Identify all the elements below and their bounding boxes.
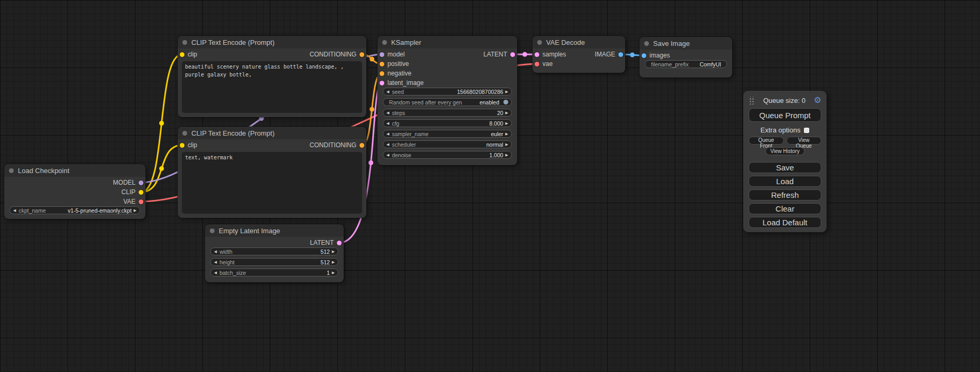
input-slot-label: model [387,51,405,58]
node-title-bar[interactable]: Save Image [639,37,732,50]
left-arrow-icon[interactable]: ◀ [214,250,217,253]
collapse-dot-icon[interactable] [382,40,387,45]
slot-row: negative [377,69,517,78]
node-title-bar[interactable]: Empty Latent Image [205,224,344,237]
save-button[interactable]: Save [749,162,821,173]
node-load-checkpoint[interactable]: Load Checkpoint MODEL CLIP VAE ◀ ckpt_na… [4,164,145,219]
output-slot-clip[interactable] [139,190,143,195]
widget-width[interactable]: ◀ width 512 ▶ [210,247,338,255]
node-vae-decode[interactable]: VAE Decode samples IMAGE vae [532,36,625,73]
output-slot-latent[interactable] [510,52,515,57]
left-arrow-icon[interactable]: ◀ [386,90,389,93]
output-slot-vae[interactable] [139,199,143,204]
node-ksampler[interactable]: KSampler model LATENT positive negative … [377,36,517,165]
node-title-bar[interactable]: KSampler [377,36,517,49]
input-slot-clip[interactable] [180,143,185,148]
collapse-dot-icon[interactable] [182,40,187,45]
prompt-textarea[interactable]: text, watermark [182,152,362,214]
prompt-textarea[interactable]: beautiful scenery nature glass bottle la… [182,61,362,113]
right-arrow-icon[interactable]: ▶ [332,250,335,253]
drag-handle-icon[interactable] [749,97,755,104]
widget-filename-prefix[interactable]: filename_prefix ComfyUI [645,60,727,68]
input-slot-positive[interactable] [380,62,384,66]
widget-sampler-name[interactable]: ◀ sampler_name euler ▶ [383,130,512,138]
queue-prompt-button[interactable]: Queue Prompt [749,108,821,122]
node-title-bar[interactable]: CLIP Text Encode (Prompt) [178,127,366,139]
right-arrow-icon[interactable]: ▶ [506,142,508,146]
input-slot-negative[interactable] [380,71,384,76]
input-slot-latent-image[interactable] [380,81,384,85]
right-arrow-icon[interactable]: ▶ [332,271,335,274]
refresh-button[interactable]: Refresh [749,189,821,201]
right-arrow-icon[interactable]: ▶ [506,121,508,125]
widget-denoise[interactable]: ◀ denoise 1.000 ▶ [383,151,512,159]
left-arrow-icon[interactable]: ◀ [386,142,389,146]
right-arrow-icon[interactable]: ▶ [506,153,508,157]
input-slot-images[interactable] [642,53,646,58]
input-slot-model[interactable] [380,52,384,57]
widget-random-seed-toggle[interactable]: Random seed after every gen enabled [383,98,512,106]
collapse-dot-icon[interactable] [537,40,542,45]
widget-value: 512 [321,259,332,265]
view-queue-button[interactable]: View Queue [787,137,822,145]
widget-value: 156680208700286 [457,89,506,95]
output-slot-conditioning[interactable] [360,143,364,148]
widget-height[interactable]: ◀ height 512 ▶ [210,258,338,266]
node-title-bar[interactable]: Load Checkpoint [4,164,145,177]
queue-size-label: Queue size: 0 [758,97,811,104]
widget-name: ckpt_name [18,207,45,214]
widget-name: denoise [392,152,411,158]
node-save-image[interactable]: Save Image images filename_prefix ComfyU… [639,37,732,78]
output-slot-conditioning[interactable] [360,52,364,57]
left-arrow-icon[interactable]: ◀ [386,132,389,136]
left-arrow-icon[interactable]: ◀ [386,153,389,157]
widget-seed[interactable]: ◀ seed 156680208700286 ▶ [383,88,512,96]
right-arrow-icon[interactable]: ▶ [506,111,508,115]
node-clip-text-encode-positive[interactable]: CLIP Text Encode (Prompt) clip CONDITION… [178,36,366,117]
toggle-indicator-icon[interactable] [503,100,508,104]
graph-canvas[interactable]: Load Checkpoint MODEL CLIP VAE ◀ ckpt_na… [0,0,980,372]
collapse-dot-icon[interactable] [210,228,215,233]
widget-cfg[interactable]: ◀ cfg 8.000 ▶ [383,119,512,127]
left-arrow-icon[interactable]: ◀ [386,111,389,115]
load-default-button[interactable]: Load Default [749,217,821,228]
view-history-button[interactable]: View History [765,147,804,155]
input-slot-label: positive [387,60,409,68]
input-slot-samples[interactable] [535,52,539,57]
node-title: Save Image [653,40,690,47]
node-title-bar[interactable]: CLIP Text Encode (Prompt) [178,36,366,49]
widget-ckpt-name[interactable]: ◀ ckpt_name v1-5-pruned-emaonly.ckpt ▶ [9,206,140,214]
node-empty-latent-image[interactable]: Empty Latent Image LATENT ◀ width 512 ▶ … [205,224,344,282]
queue-front-button[interactable]: Queue Front [749,137,784,145]
right-arrow-icon[interactable]: ▶ [332,260,335,264]
left-arrow-icon[interactable]: ◀ [386,121,389,125]
widget-batch-size[interactable]: ◀ batch_size 1 ▶ [210,269,338,276]
slot-row: vae [532,59,625,69]
right-arrow-icon[interactable]: ▶ [506,132,508,136]
left-arrow-icon[interactable]: ◀ [214,260,217,264]
comfy-menu-panel[interactable]: Queue size: 0 ⚙ Queue Prompt Extra optio… [743,91,827,232]
output-slot-latent[interactable] [337,241,342,245]
collapse-dot-icon[interactable] [644,41,649,46]
right-arrow-icon[interactable]: ▶ [506,90,508,93]
right-arrow-icon[interactable]: ▶ [134,208,137,212]
node-title-bar[interactable]: VAE Decode [532,36,625,49]
collapse-dot-icon[interactable] [182,131,187,136]
load-button[interactable]: Load [749,176,821,187]
input-slot-vae[interactable] [535,62,539,66]
link-midpoint-dot [368,160,373,165]
input-slot-clip[interactable] [180,52,185,57]
output-slot-image[interactable] [618,52,623,57]
clear-button[interactable]: Clear [749,203,821,214]
settings-gear-icon[interactable]: ⚙ [814,96,821,104]
collapse-dot-icon[interactable] [9,168,14,173]
extra-options-checkbox[interactable] [804,128,809,133]
widget-value: 1.000 [489,152,505,158]
output-slot-label: MODEL [113,179,135,186]
widget-steps[interactable]: ◀ steps 20 ▶ [383,109,512,117]
left-arrow-icon[interactable]: ◀ [13,208,16,212]
output-slot-model[interactable] [139,180,143,185]
widget-scheduler[interactable]: ◀ scheduler normal ▶ [383,140,512,148]
node-clip-text-encode-negative[interactable]: CLIP Text Encode (Prompt) clip CONDITION… [178,127,366,218]
left-arrow-icon[interactable]: ◀ [214,271,217,274]
